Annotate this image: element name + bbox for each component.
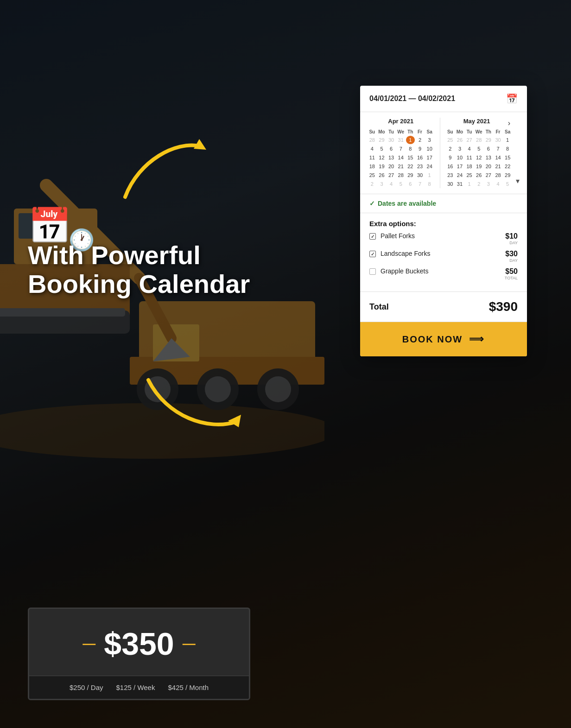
may-day[interactable]: 7 [494,145,503,153]
april-day[interactable]: 13 [387,153,396,162]
may-header-tu: Tu [465,128,474,135]
may-day[interactable]: 17 [455,162,464,171]
april-day[interactable]: 25 [368,171,377,179]
april-day[interactable]: 1 [425,171,434,179]
may-day[interactable]: 25 [446,136,455,144]
price-card-sub: $250 / Day $125 / Week $425 / Month [29,676,249,699]
april-day[interactable]: 12 [377,153,387,162]
april-day[interactable]: 7 [415,180,425,188]
book-now-button[interactable]: BOOK NOW ⟹ [360,322,527,356]
may-day[interactable]: 23 [446,171,455,179]
may-day[interactable]: 2 [474,180,483,188]
may-day[interactable]: 26 [455,136,464,144]
april-header-th: Th [406,128,415,135]
may-day[interactable]: 25 [465,171,474,179]
may-day[interactable]: 29 [484,136,493,144]
may-day[interactable]: 1 [465,180,474,188]
may-day[interactable]: 27 [484,171,493,179]
may-day[interactable]: 13 [484,153,493,162]
may-day[interactable]: 3 [455,145,464,153]
april-day[interactable]: 2 [415,136,425,144]
april-day[interactable]: 3 [425,136,434,144]
april-day[interactable]: 10 [425,145,434,153]
may-day[interactable]: 30 [494,136,503,144]
april-day[interactable]: 22 [406,162,415,171]
april-day[interactable]: 26 [377,171,387,179]
main-heading: With Powerful Booking Calendar [28,241,250,298]
april-day[interactable]: 28 [396,171,406,179]
may-day[interactable]: 31 [455,180,464,188]
may-day[interactable]: 28 [494,171,503,179]
april-day[interactable]: 14 [396,153,406,162]
grapple-buckets-checkbox[interactable] [369,268,376,275]
april-day[interactable]: 19 [377,162,387,171]
april-day[interactable]: 5 [396,180,406,188]
landscape-forks-checkbox[interactable] [369,251,376,257]
hero-heading: With Powerful Booking Calendar [28,241,250,298]
april-day[interactable]: 16 [415,153,425,162]
may-day[interactable]: 5 [474,145,483,153]
may-day[interactable]: 20 [484,162,493,171]
april-day[interactable]: 31 [396,136,406,144]
april-day[interactable]: 28 [368,136,377,144]
april-day[interactable]: 15 [406,153,415,162]
may-header-su: Su [446,128,455,135]
may-day[interactable]: 4 [465,145,474,153]
april-day[interactable]: 4 [368,145,377,153]
april-day[interactable]: 24 [425,162,434,171]
availability-text: Dates are available [378,200,436,207]
april-day[interactable]: 7 [396,145,406,153]
may-day[interactable]: 26 [474,171,483,179]
may-day[interactable]: 27 [465,136,474,144]
may-day[interactable]: 10 [455,153,464,162]
april-day[interactable]: 3 [377,180,387,188]
may-day[interactable]: 2 [446,145,455,153]
may-day[interactable]: 18 [465,162,474,171]
may-day[interactable]: 28 [474,136,483,144]
may-day[interactable]: 21 [494,162,503,171]
april-day[interactable]: 29 [406,171,415,179]
may-day[interactable]: 19 [474,162,483,171]
april-day[interactable]: 6 [387,145,396,153]
april-day[interactable]: 30 [387,136,396,144]
april-day[interactable]: 18 [368,162,377,171]
may-day[interactable]: 9 [446,153,455,162]
may-day[interactable]: 15 [503,153,512,162]
april-day-1-selected[interactable]: 1 [406,136,415,144]
april-day[interactable]: 27 [387,171,396,179]
may-day[interactable]: 22 [503,162,512,171]
calendar-toggle-icon[interactable]: 📅 [506,93,518,104]
april-day[interactable]: 6 [406,180,415,188]
april-day[interactable]: 20 [387,162,396,171]
chevron-down-icon[interactable]: ▾ [516,177,520,185]
book-now-arrow-icon: ⟹ [469,333,485,345]
may-day[interactable]: 14 [494,153,503,162]
may-day[interactable]: 12 [474,153,483,162]
may-day[interactable]: 29 [503,171,512,179]
scroll-chevron[interactable]: ▾ [516,118,520,188]
april-day[interactable]: 29 [377,136,387,144]
april-day[interactable]: 5 [377,145,387,153]
may-day[interactable]: 4 [494,180,503,188]
april-day[interactable]: 8 [406,145,415,153]
april-day[interactable]: 21 [396,162,406,171]
april-day[interactable]: 9 [415,145,425,153]
april-day[interactable]: 11 [368,153,377,162]
may-day[interactable]: 3 [484,180,493,188]
april-day[interactable]: 17 [425,153,434,162]
next-month-icon[interactable]: › [508,119,512,127]
pallet-forks-checkbox[interactable] [369,233,376,240]
may-day[interactable]: 11 [465,153,474,162]
april-day[interactable]: 23 [415,162,425,171]
may-day[interactable]: 6 [484,145,493,153]
april-day[interactable]: 30 [415,171,425,179]
april-day[interactable]: 2 [368,180,377,188]
may-day[interactable]: 5 [503,180,512,188]
april-day[interactable]: 4 [387,180,396,188]
may-day[interactable]: 8 [503,145,512,153]
may-day[interactable]: 1 [503,136,512,144]
april-day[interactable]: 8 [425,180,434,188]
may-day[interactable]: 24 [455,171,464,179]
may-day[interactable]: 16 [446,162,455,171]
may-day[interactable]: 30 [446,180,455,188]
